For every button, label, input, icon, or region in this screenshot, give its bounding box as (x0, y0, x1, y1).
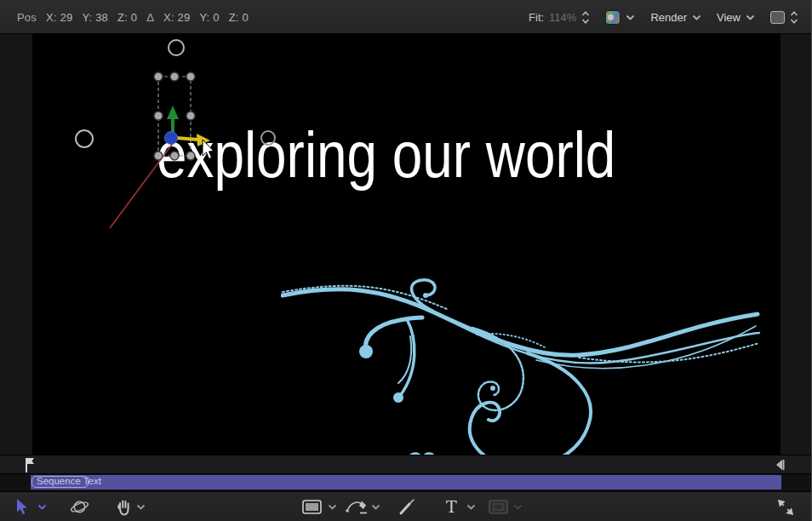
control-circle-right[interactable] (261, 131, 275, 145)
render-menu[interactable]: Render (650, 11, 701, 24)
select-transform-tool[interactable] (15, 492, 28, 521)
resize-diagonal-arrows-icon (776, 498, 795, 517)
anchor-point-handle[interactable] (165, 132, 178, 145)
canvas-area: exploring our world (0, 34, 812, 455)
delta-y-value: Y: 0 (199, 11, 219, 24)
resize-handle[interactable] (776, 492, 795, 521)
delta-label: Δ (146, 11, 154, 24)
control-circle-left[interactable] (76, 130, 93, 147)
mask-tool-menu-disabled[interactable] (513, 492, 523, 521)
text-tool[interactable]: T (446, 492, 457, 521)
mini-timeline-ruler[interactable] (0, 455, 812, 474)
chevron-down-icon (136, 504, 146, 510)
out-point-marker-icon[interactable] (775, 458, 786, 472)
chevron-down-icon (513, 504, 523, 510)
zoom-stepper-icon[interactable] (581, 10, 590, 25)
window-layout-icon (770, 11, 785, 24)
hand-icon (116, 498, 132, 516)
channels-menu[interactable] (605, 10, 635, 25)
timeline-track-strip: Sequence Text (0, 474, 812, 491)
render-menu-label: Render (650, 11, 687, 24)
control-circle-top[interactable] (169, 40, 184, 55)
sequence-text-track-bar[interactable]: Sequence Text (31, 475, 781, 490)
selection-overlay (0, 34, 812, 455)
chevron-down-icon (371, 504, 380, 510)
bezier-pen-icon (346, 499, 369, 515)
select-arrow-icon (15, 499, 28, 515)
pan-hand-tool[interactable] (116, 492, 132, 521)
tool-palette: T (0, 491, 812, 521)
mask-rectangle-icon (489, 500, 508, 514)
orbit-icon (70, 498, 89, 516)
motion-path-line (110, 142, 174, 228)
view-menu-label: View (717, 11, 741, 24)
window-layout-control[interactable] (770, 10, 798, 25)
pan-tool-menu[interactable] (136, 492, 146, 521)
orbit-3d-tool[interactable] (70, 492, 89, 521)
text-tool-menu[interactable] (466, 492, 476, 521)
paint-stroke-tool[interactable] (398, 492, 416, 521)
fit-value: 114% (549, 11, 576, 24)
chevron-down-icon (626, 14, 635, 20)
mouse-cursor-icon (203, 140, 214, 159)
position-readout: Pos X: 29 Y: 38 Z: 0 Δ X: 29 Y: 0 Z: 0 (17, 0, 249, 34)
chevron-down-icon (328, 504, 337, 510)
canvas-status-toolbar: Pos X: 29 Y: 38 Z: 0 Δ X: 29 Y: 0 Z: 0 F… (0, 0, 812, 34)
zoom-fit-control[interactable]: Fit: 114% (529, 10, 590, 25)
pos-label: Pos (17, 11, 37, 24)
mask-tool-disabled[interactable] (489, 492, 508, 521)
delta-x-value: X: 29 (163, 11, 190, 24)
chevron-down-icon (37, 504, 47, 510)
chevron-down-icon (466, 504, 476, 510)
view-menu[interactable]: View (717, 11, 755, 24)
pos-z-value: Z: 0 (117, 11, 137, 24)
chevron-down-icon (692, 14, 701, 20)
paint-brush-icon (398, 498, 416, 516)
color-channels-swatch-icon[interactable] (605, 10, 620, 25)
bezier-pen-tool[interactable] (346, 492, 369, 521)
playhead-flag-marker-icon[interactable] (24, 457, 36, 474)
bezier-tool-menu[interactable] (371, 492, 380, 521)
pos-x-value: X: 29 (46, 11, 72, 24)
select-tool-menu[interactable] (37, 492, 47, 521)
rectangle-tool-menu[interactable] (328, 492, 337, 521)
layout-stepper-icon (790, 10, 798, 25)
text-tool-icon: T (446, 499, 457, 515)
delta-z-value: Z: 0 (229, 11, 249, 24)
track-label: Sequence Text (37, 476, 101, 486)
chevron-down-icon (746, 14, 755, 20)
motion-canvas-window: { "top_toolbar": { "pos": { "label": "Po… (0, 0, 812, 521)
fit-label: Fit: (529, 11, 544, 24)
rectangle-icon (302, 500, 322, 514)
rectangle-tool[interactable] (302, 492, 322, 521)
pos-y-value: Y: 38 (82, 11, 108, 24)
